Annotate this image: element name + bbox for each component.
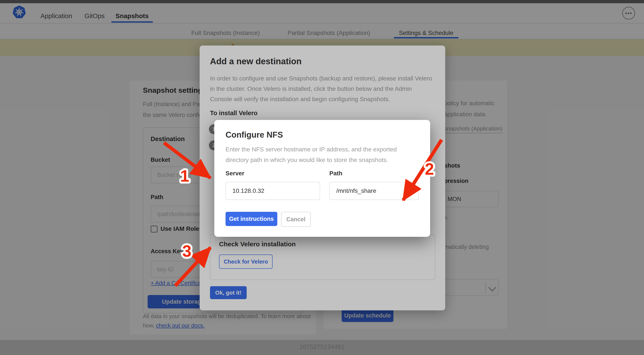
nfs-server-input[interactable] <box>226 182 320 200</box>
configure-nfs-title: Configure NFS <box>226 130 283 140</box>
server-label: Server <box>226 170 244 177</box>
cancel-button[interactable]: Cancel <box>281 212 311 227</box>
configure-nfs-body: Enter the NFS server hostname or IP addr… <box>226 144 420 165</box>
configure-nfs-modal: Configure NFS Enter the NFS server hostn… <box>214 120 430 237</box>
get-instructions-button[interactable]: Get instructions <box>226 212 277 226</box>
nfs-path-input[interactable] <box>329 182 419 200</box>
path-label: Path <box>329 170 342 177</box>
